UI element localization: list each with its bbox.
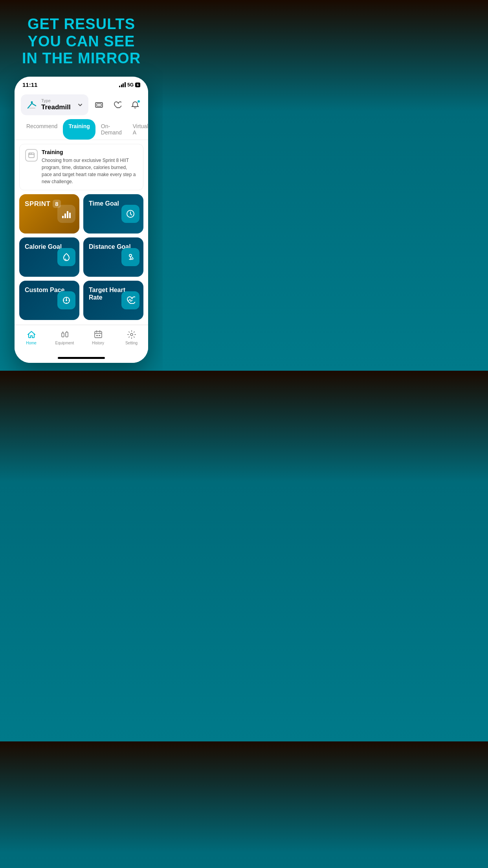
sprint8-card[interactable]: SPRINT 8 <box>19 194 79 234</box>
svg-rect-19 <box>95 331 102 338</box>
home-indicator-bar <box>15 353 148 363</box>
home-indicator <box>58 357 105 359</box>
hero-text: GET RESULTS YOU CAN SEE IN THE MIRROR <box>10 0 152 77</box>
status-bar: 11:11 5G 6 <box>15 77 148 90</box>
nav-equipment[interactable]: Equipment <box>48 329 81 345</box>
nav-equipment-label: Equipment <box>55 341 74 345</box>
battery-badge: 6 <box>135 83 140 87</box>
notification-button[interactable] <box>128 98 142 112</box>
bottom-nav: Home Equipment <box>15 325 148 353</box>
nav-setting-label: Setting <box>125 341 138 345</box>
type-label: Type <box>41 98 73 103</box>
equipment-icon <box>60 329 70 339</box>
type-info: Type Treadmill <box>41 98 73 111</box>
chevron-down-icon <box>77 101 83 108</box>
heart-button[interactable] <box>110 98 124 112</box>
tab-training[interactable]: Training <box>63 119 95 140</box>
svg-point-9 <box>31 153 32 154</box>
notification-dot <box>137 100 140 103</box>
tab-on-demand[interactable]: On-Demand <box>95 119 127 140</box>
hero-line2: YOU CAN SEE <box>22 33 141 50</box>
training-card-desc: Choosing from our exclusive Sprint 8 HII… <box>42 157 138 185</box>
sprint8-text: SPRINT <box>25 200 50 208</box>
nav-setting[interactable]: Setting <box>115 329 148 345</box>
treadmill-icon <box>26 99 37 110</box>
history-icon <box>94 329 103 339</box>
hero-line3: IN THE MIRROR <box>22 50 141 67</box>
svg-point-2 <box>31 101 33 103</box>
bars-icon <box>62 210 71 218</box>
svg-rect-16 <box>66 332 68 337</box>
svg-line-0 <box>28 103 32 108</box>
calorie-goal-card[interactable]: Calorie Goal <box>19 237 79 277</box>
tab-bar: Recommend Training On-Demand Virtual A <box>15 119 148 140</box>
nav-history[interactable]: History <box>81 329 115 345</box>
setting-icon <box>127 329 136 339</box>
tab-virtual[interactable]: Virtual A <box>127 119 148 140</box>
signal-bars-icon <box>119 83 126 87</box>
network-type: 5G <box>127 82 134 88</box>
phone-content: Type Treadmill <box>15 90 148 363</box>
svg-rect-5 <box>97 104 101 106</box>
tab-recommend[interactable]: Recommend <box>21 119 63 140</box>
nav-home-label: Home <box>26 341 37 345</box>
status-icons: 5G 6 <box>119 82 140 88</box>
type-value: Treadmill <box>41 103 73 111</box>
svg-point-8 <box>29 153 30 154</box>
svg-point-25 <box>130 333 133 336</box>
svg-rect-23 <box>96 335 98 336</box>
svg-rect-15 <box>62 333 64 337</box>
target-hr-icon-bubble <box>121 291 139 309</box>
home-icon <box>27 329 36 339</box>
distance-goal-card[interactable]: Distance Goal <box>83 237 143 277</box>
nav-home[interactable]: Home <box>15 329 48 345</box>
nav-history-label: History <box>92 341 104 345</box>
training-card-text: Training Choosing from our exclusive Spr… <box>42 149 138 185</box>
header-icons <box>92 98 142 112</box>
training-card-icon <box>25 149 38 162</box>
time-goal-icon-bubble <box>121 205 139 223</box>
sprint8-icon-bubble <box>57 205 75 223</box>
type-selector[interactable]: Type Treadmill <box>21 94 88 115</box>
hero-line1: GET RESULTS <box>22 16 141 33</box>
svg-rect-24 <box>99 335 100 336</box>
screen-mirror-button[interactable] <box>92 98 106 112</box>
header-row: Type Treadmill <box>15 90 148 119</box>
custom-pace-icon-bubble <box>57 291 75 309</box>
custom-pace-card[interactable]: Custom Pace <box>19 281 79 320</box>
phone-frame: 11:11 5G 6 <box>15 77 148 363</box>
distance-goal-icon-bubble <box>121 248 139 266</box>
calorie-goal-icon-bubble <box>57 248 75 266</box>
training-description-card: Training Choosing from our exclusive Spr… <box>19 144 143 190</box>
svg-line-1 <box>32 103 36 106</box>
training-grid: SPRINT 8 Time Goal <box>15 194 148 325</box>
status-time: 11:11 <box>22 81 37 88</box>
target-heart-rate-card[interactable]: Target Heart Rate <box>83 281 143 320</box>
time-goal-card[interactable]: Time Goal <box>83 194 143 234</box>
training-card-title: Training <box>42 149 138 155</box>
